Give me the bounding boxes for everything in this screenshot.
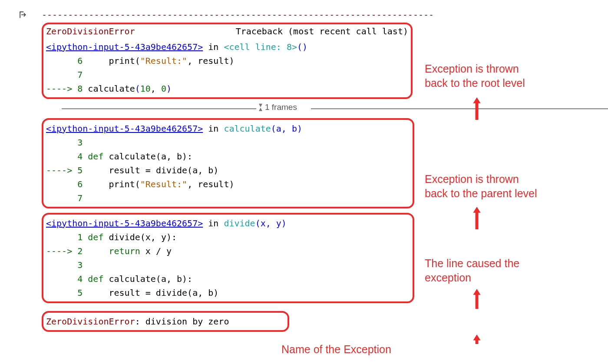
arrow-up-icon — [473, 289, 481, 309]
arrow-up-icon — [473, 334, 481, 344]
divider-line-right — [311, 109, 608, 109]
frames-label: 1 frames — [265, 103, 297, 112]
frame-link[interactable]: <ipython-input-5-43a9be462657> — [46, 218, 203, 228]
annotation-exception-name: Name of the Exception — [281, 342, 391, 357]
frame1-code: <ipython-input-5-43a9be462657> in <cell … — [43, 38, 411, 97]
frame-box-parent: <ipython-input-5-43a9be462657> in calcul… — [42, 118, 414, 208]
svg-marker-3 — [473, 334, 481, 344]
separator-dashes: ----------------------------------------… — [42, 10, 600, 20]
frames-collapsed-toggle[interactable]: ▾▴ 1 frames — [259, 103, 297, 112]
svg-marker-2 — [473, 289, 480, 309]
frame-link[interactable]: <ipython-input-5-43a9be462657> — [46, 42, 203, 52]
traceback-label: Traceback (most recent call last) — [236, 26, 408, 36]
frame-box-origin: <ipython-input-5-43a9be462657> in divide… — [42, 213, 414, 303]
frame2-code: <ipython-input-5-43a9be462657> in calcul… — [43, 120, 413, 207]
annotation-root-level: Exception is thrownback to the root leve… — [425, 62, 525, 90]
annotation-parent-level: Exception is thrownback to the parent le… — [425, 172, 537, 200]
frames-collapsed-row: ▾▴ 1 frames — [42, 103, 600, 115]
cell-output-icon — [18, 10, 27, 19]
final-line: ZeroDivisionError: division by zero — [43, 313, 287, 330]
chevrons-icon: ▾▴ — [259, 103, 262, 111]
svg-marker-0 — [473, 97, 480, 120]
traceback-diagram: ----------------------------------------… — [0, 0, 608, 364]
frame-box-root: ZeroDivisionError Traceback (most recent… — [42, 23, 413, 99]
annotation-cause-line: The line caused theexception — [425, 256, 519, 285]
traceback-header: ZeroDivisionError Traceback (most recent… — [43, 24, 411, 38]
frame-link[interactable]: <ipython-input-5-43a9be462657> — [46, 123, 203, 134]
error-name: ZeroDivisionError — [46, 26, 135, 36]
divider-line-left — [62, 109, 256, 109]
arrow-up-icon — [473, 207, 481, 229]
arrow-up-icon — [473, 97, 481, 120]
svg-marker-1 — [473, 207, 480, 229]
frame3-code: <ipython-input-5-43a9be462657> in divide… — [43, 215, 413, 301]
frame-box-final: ZeroDivisionError: division by zero — [42, 311, 289, 332]
